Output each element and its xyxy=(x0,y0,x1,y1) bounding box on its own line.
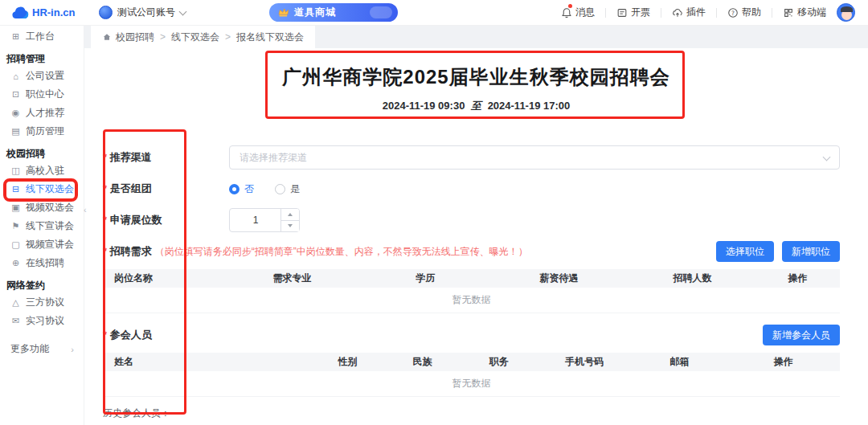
cloud-logo-icon xyxy=(11,6,29,19)
arrow-down-icon xyxy=(288,224,293,227)
stepper-down-button[interactable] xyxy=(281,221,299,232)
breadcrumb-campus-recruit[interactable]: 校园招聘 xyxy=(116,31,154,44)
breadcrumb-offline-fair[interactable]: 线下双选会 xyxy=(171,31,219,44)
jobs-col-education: 学历 xyxy=(362,272,489,285)
plugin-button[interactable]: 插件 xyxy=(672,6,706,19)
channel-select[interactable]: 请选择推荐渠道 xyxy=(229,145,840,170)
jobs-col-major: 需求专业 xyxy=(222,272,362,285)
attendees-col-email: 邮箱 xyxy=(632,355,727,369)
jobs-section-note: （岗位填写请务必同步“招聘简章”中岗位数量、内容，不然导致无法线上宣传、曝光！） xyxy=(155,245,528,259)
event-end: 2024-11-19 17:00 xyxy=(488,100,571,112)
booth-label: 申请展位数 xyxy=(103,213,229,227)
sidebar-nav: ⊞ 工作台 招聘管理 ⌂ 公司设置 ⊡ 职位中心 ◉ 人才推荐 ▤ 简历管理 校… xyxy=(0,26,84,425)
breadcrumb-register-offline-fair[interactable]: 报名线下双选会 xyxy=(236,31,304,44)
sidebar-item-label: 实习协议 xyxy=(26,314,64,328)
chevron-down-icon xyxy=(823,153,831,161)
add-attendee-button[interactable]: 新增参会人员 xyxy=(763,325,840,345)
video-icon: ▣ xyxy=(10,202,21,213)
svg-text:?: ? xyxy=(731,9,735,16)
sidebar-item-label: 三方协议 xyxy=(26,296,64,309)
sidebar-item-label: 更多功能 xyxy=(10,342,49,356)
history-attendees-label: 历史参会人员： xyxy=(103,407,840,420)
messages-button[interactable]: 消息 xyxy=(561,6,595,19)
jobs-table: 岗位名称 需求专业 学历 薪资待遇 招聘人数 操作 暂无数据 xyxy=(103,269,840,313)
home-icon xyxy=(102,32,112,42)
account-name: 测试公司账号 xyxy=(117,6,175,19)
mobile-button[interactable]: 移动端 xyxy=(783,6,826,19)
arrow-up-icon xyxy=(288,213,293,216)
attendees-col-title: 职务 xyxy=(461,355,537,369)
sidebar-item-label: 线下宣讲会 xyxy=(26,219,74,233)
radio-icon xyxy=(275,184,285,194)
brand-logo[interactable]: HR-in.cn xyxy=(0,6,84,19)
booth-count-stepper[interactable]: 1 xyxy=(229,208,300,232)
sidebar-item-video-fair[interactable]: ▣ 视频双选会 xyxy=(0,198,84,217)
cloud-upload-icon xyxy=(672,7,683,18)
attendees-table: 姓名 性别 民族 职务 手机号码 邮箱 操作 暂无数据 xyxy=(103,353,840,397)
plugin-label: 插件 xyxy=(686,6,706,19)
group-radio-no[interactable]: 否 xyxy=(229,182,254,196)
attendees-section-label: 参会人员 xyxy=(103,328,152,342)
event-time: 2024-11-19 09:30 至 2024-11-19 17:00 xyxy=(84,99,868,113)
attendees-col-ethnicity: 民族 xyxy=(384,355,461,369)
registration-form: 推荐渠道 请选择推荐渠道 是否组团 否 xyxy=(84,145,868,425)
sidebar-item-talent-recommend[interactable]: ◉ 人才推荐 xyxy=(0,104,84,122)
sidebar-item-label: 线下双选会 xyxy=(26,182,74,196)
sidebar-section-online-sign: 网络签约 xyxy=(0,277,84,293)
top-bar: HR-in.cn 测试公司账号 道具商城 消息 xyxy=(0,0,868,26)
invoice-icon xyxy=(616,7,628,18)
mall-banner-button[interactable]: 道具商城 xyxy=(269,3,398,22)
app-window: HR-in.cn 测试公司账号 道具商城 消息 xyxy=(0,0,868,425)
attendees-col-phone: 手机号码 xyxy=(537,355,632,369)
screen-icon: ▢ xyxy=(10,239,21,250)
messages-label: 消息 xyxy=(575,6,595,19)
company-badge-icon xyxy=(99,6,113,19)
jobs-col-salary: 薪资待遇 xyxy=(489,272,629,285)
sidebar-item-label: 工作台 xyxy=(26,30,55,43)
jobs-table-empty: 暂无数据 xyxy=(103,288,840,313)
attendees-col-name: 姓名 xyxy=(103,355,311,369)
divider xyxy=(605,8,606,18)
sidebar-item-video-talk[interactable]: ▢ 视频宣讲会 xyxy=(0,235,84,254)
sidebar-collapse-handle[interactable]: ‹ xyxy=(84,199,93,220)
contract-icon: ✉ xyxy=(10,316,21,326)
sidebar-item-company-settings[interactable]: ⌂ 公司设置 xyxy=(0,67,84,85)
invoice-label: 开票 xyxy=(631,6,650,19)
stepper-up-button[interactable] xyxy=(281,209,299,221)
sidebar-item-more[interactable]: 更多功能 › xyxy=(0,340,84,358)
sidebar-item-label: 视频宣讲会 xyxy=(26,238,74,251)
divider xyxy=(661,8,661,18)
account-switcher[interactable]: 测试公司账号 xyxy=(99,6,186,19)
sidebar-item-tripartite-agreement[interactable]: △ 三方协议 xyxy=(0,293,84,312)
breadcrumb-separator: > xyxy=(160,31,166,43)
invoice-button[interactable]: 开票 xyxy=(616,6,650,19)
sidebar-item-position-center[interactable]: ⊡ 职位中心 xyxy=(0,85,84,104)
sidebar-item-offline-talk[interactable]: ⚑ 线下宣讲会 xyxy=(0,217,84,235)
megaphone-icon: ⚑ xyxy=(10,221,21,231)
select-position-button[interactable]: 选择职位 xyxy=(716,241,774,262)
crown-icon xyxy=(277,6,289,18)
help-button[interactable]: ? 帮助 xyxy=(727,6,761,19)
channel-placeholder: 请选择推荐渠道 xyxy=(240,151,307,165)
sidebar-item-label: 简历管理 xyxy=(26,125,64,138)
group-radio-yes[interactable]: 是 xyxy=(275,182,300,196)
sidebar-item-label: 职位中心 xyxy=(26,88,64,101)
sidebar-item-university-entry[interactable]: ◫ 高校入驻 xyxy=(0,161,84,180)
building-icon: ⌂ xyxy=(10,72,21,81)
user-avatar[interactable] xyxy=(837,3,855,22)
sidebar-item-online-recruit[interactable]: ⊕ 在线招聘 xyxy=(0,254,84,272)
topbar-actions: 道具商城 消息 开票 xyxy=(269,3,868,22)
add-position-button[interactable]: 新增职位 xyxy=(782,241,840,262)
sidebar-item-label: 人才推荐 xyxy=(26,106,64,120)
sidebar-item-workbench[interactable]: ⊞ 工作台 xyxy=(0,27,84,46)
sidebar-item-resume-mgmt[interactable]: ▤ 简历管理 xyxy=(0,122,84,141)
briefcase-icon: ⊡ xyxy=(10,89,21,100)
divider xyxy=(772,8,772,18)
sidebar-item-internship-agreement[interactable]: ✉ 实习协议 xyxy=(0,312,84,330)
sidebar-section-campus-recruit: 校园招聘 xyxy=(0,145,84,161)
person-icon: ◉ xyxy=(10,108,21,118)
attendees-col-gender: 性别 xyxy=(311,355,384,369)
sidebar-item-offline-fair[interactable]: ⊟ 线下双选会 xyxy=(0,180,84,198)
breadcrumb-separator: > xyxy=(225,31,231,43)
workbench-icon: ⊞ xyxy=(10,31,21,42)
